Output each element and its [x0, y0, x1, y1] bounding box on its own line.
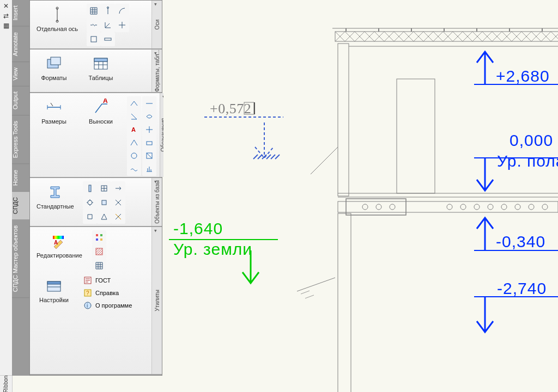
gost-button[interactable]: ГОСТ [81, 275, 134, 286]
axis-angle-icon[interactable] [101, 18, 115, 32]
tab-spds[interactable]: СПДС [12, 192, 29, 220]
dock-icon[interactable]: ⇄ [3, 12, 9, 20]
tab-annotate[interactable]: Annotate [12, 27, 29, 62]
tab-spds-master[interactable]: СПДС Мастер объектов [12, 220, 29, 298]
about-button[interactable]: i О программе [81, 300, 134, 311]
panel-utilities: A Редактирование Настройки [30, 227, 162, 375]
svg-text:?: ? [86, 290, 89, 296]
mark8-icon[interactable] [142, 136, 156, 150]
util-hatch-icon[interactable] [92, 244, 106, 259]
mark5-icon[interactable]: A [127, 122, 141, 137]
mark6-icon[interactable] [142, 122, 156, 137]
panel-dimensions: Размеры A Выноски A [30, 93, 162, 178]
axis-opt1-icon[interactable] [87, 32, 101, 46]
db2-icon[interactable] [97, 181, 111, 195]
mark9-icon[interactable] [127, 149, 141, 163]
mark11-icon[interactable] [127, 162, 141, 176]
tab-output[interactable]: Output [12, 86, 29, 115]
single-axis-label: Отдельная ось [37, 26, 78, 32]
settings-button[interactable]: Настройки [33, 275, 75, 305]
svg-rect-37 [338, 44, 349, 196]
gost-label: ГОСТ [95, 277, 111, 284]
svg-rect-29 [47, 281, 60, 284]
dimensions-icon [45, 99, 63, 116]
svg-rect-8 [51, 57, 60, 65]
svg-rect-10 [94, 58, 107, 62]
axis-ortho-icon[interactable] [115, 18, 129, 32]
mark10-icon[interactable] [142, 149, 156, 163]
database-tools-grid [83, 181, 124, 223]
axis-break-icon[interactable] [87, 18, 101, 32]
axis-grid-icon[interactable] [87, 4, 101, 18]
svg-point-45 [390, 204, 395, 210]
svg-rect-39 [397, 79, 435, 193]
mark7-icon[interactable] [127, 136, 141, 150]
db1-icon[interactable] [83, 181, 97, 195]
axis-arc-icon[interactable] [115, 4, 129, 18]
ibeam-icon [46, 183, 64, 201]
about-label: О программе [95, 302, 132, 309]
panel-formats-title[interactable]: Форматы, табл... [151, 50, 162, 92]
elev-2680: +2,680 [496, 67, 550, 85]
tables-button[interactable]: Таблицы [80, 53, 122, 89]
svg-point-53 [542, 204, 548, 210]
menu-icon[interactable]: ▦ [3, 22, 9, 29]
db5-icon[interactable] [97, 195, 111, 210]
drawing-canvas[interactable]: +2,680 0,000 Ур. пола -0,340 -2,740 -1,6… [163, 0, 558, 392]
help-button[interactable]: ? Справка [81, 287, 134, 298]
single-axis-button[interactable]: Отдельная ось [33, 4, 81, 45]
svg-point-19 [88, 200, 92, 205]
svg-point-15 [131, 153, 137, 158]
db8-icon[interactable] [97, 210, 111, 224]
util-links: ГОСТ ? Справка i О программе [81, 275, 134, 311]
svg-rect-5 [91, 36, 96, 42]
axis-opt2-icon[interactable] [101, 32, 115, 46]
db3-icon[interactable] [111, 181, 125, 195]
svg-point-51 [515, 204, 520, 210]
leaders-label: Выноски [89, 118, 113, 125]
tab-home[interactable]: Home [12, 164, 29, 192]
db6-icon[interactable] [111, 195, 125, 210]
panel-axes: Отдельная ось Оси [30, 1, 162, 50]
formats-button[interactable]: Форматы [33, 53, 75, 89]
mark2-icon[interactable] [142, 96, 156, 111]
about-icon: i [83, 301, 92, 310]
svg-point-43 [362, 204, 368, 210]
leaders-icon: A [92, 99, 110, 116]
svg-rect-35 [335, 32, 558, 41]
panel-utilities-title[interactable]: Утилиты [151, 227, 162, 374]
elev-0340: -0,340 [496, 232, 545, 250]
svg-point-52 [529, 204, 534, 210]
svg-rect-14 [147, 142, 152, 145]
standard-parts-button[interactable]: Стандартные [33, 181, 77, 223]
settings-label: Настройки [39, 297, 69, 303]
elev-0000: 0,000 [510, 131, 553, 149]
tab-view[interactable]: View [12, 62, 29, 87]
util-squares-icon[interactable] [92, 230, 106, 244]
db7-icon[interactable] [83, 210, 97, 224]
axis-single-icon[interactable] [101, 4, 115, 18]
util-grid-icon[interactable] [92, 259, 106, 273]
leaders-button[interactable]: A Выноски [80, 96, 122, 174]
mark1-icon[interactable] [127, 96, 141, 111]
axes-tools-grid [87, 4, 128, 45]
svg-point-49 [488, 204, 493, 210]
db9-icon[interactable] [111, 210, 125, 224]
mark3-icon[interactable] [127, 109, 141, 124]
db4-icon[interactable] [83, 195, 97, 210]
dimensions-button[interactable]: Размеры [33, 96, 75, 174]
util-mini-grid [92, 230, 105, 272]
panel-axes-title[interactable]: Оси [151, 1, 162, 48]
tables-label: Таблицы [89, 75, 113, 81]
formats-icon [45, 55, 63, 72]
mark12-icon[interactable] [142, 162, 156, 176]
ribbon-title-tab[interactable]: Ribbon [0, 375, 13, 392]
close-icon[interactable]: ✕ [3, 2, 9, 10]
tab-express-tools[interactable]: Express Tools [12, 115, 29, 164]
ribbon-panels: Отдельная ось Оси Форматы [29, 0, 162, 376]
ribbon-title-text: Ribbon [3, 375, 9, 392]
tab-insert[interactable]: Insert [12, 0, 29, 27]
panel-database-title[interactable]: Объекты из базы [151, 178, 162, 226]
edit-button[interactable]: A Редактирование [33, 230, 86, 261]
mark4-icon[interactable] [142, 109, 156, 124]
